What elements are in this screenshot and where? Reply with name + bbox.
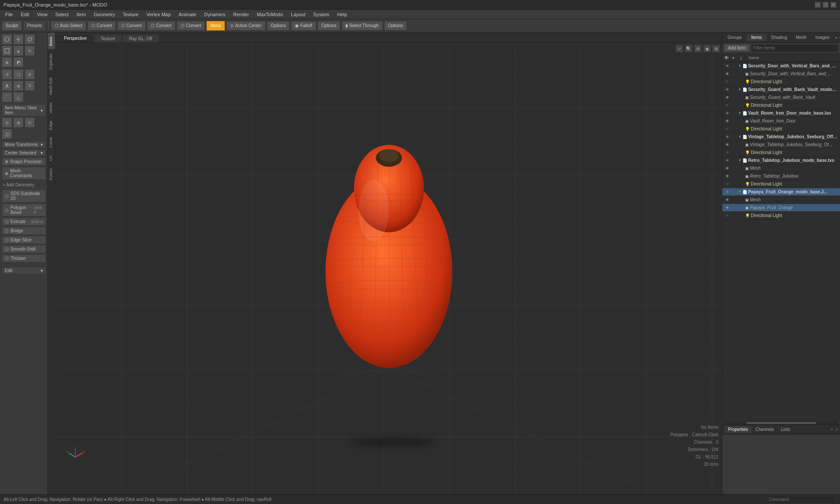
options2-button[interactable]: Options (318, 21, 340, 31)
falloff-button[interactable]: ◉ Falloff (291, 21, 316, 31)
br-maximize-icon[interactable]: ⤢ (835, 427, 838, 432)
menu-geometry[interactable]: Geometry (90, 11, 118, 18)
bottom-dropdown[interactable]: Edit ▾ (2, 267, 46, 274)
taper-icon[interactable]: △ (13, 92, 24, 102)
item-security-guard-light[interactable]: 👁 💡 Directional Light (722, 102, 840, 109)
menu-render[interactable]: Render (230, 11, 252, 18)
item-vault-light[interactable]: 👁 💡 Directional Light (722, 125, 840, 133)
vis-icon[interactable]: 👁 (724, 205, 730, 211)
options1-button[interactable]: Options (267, 21, 290, 31)
vtab-edge[interactable]: Edge (48, 117, 55, 133)
select-through-button[interactable]: ⧫ Select Through (342, 21, 383, 31)
vis-icon[interactable]: 👁 (724, 79, 730, 85)
vis-icon[interactable]: 👁 (724, 150, 730, 156)
move-tool-icon[interactable] (13, 34, 24, 45)
vis-icon[interactable]: 👁 (724, 102, 730, 108)
maximize-button[interactable]: □ (822, 2, 829, 8)
vis-icon[interactable]: 👁 (724, 118, 730, 124)
item-vault-mesh[interactable]: 👁 ▣ Vault_Room_Iron_Door (722, 117, 840, 125)
menu-edit[interactable]: Edit (18, 11, 33, 18)
mirror-icon[interactable]: ⧖ (24, 80, 35, 91)
bend-icon[interactable]: ⌒ (2, 92, 12, 102)
menu-vertex-map[interactable]: Vertex Map (143, 11, 175, 18)
viewport-zoom-icon[interactable]: 🔍 (685, 45, 693, 52)
vis-icon[interactable]: 👁 (724, 158, 730, 164)
transforms-icon[interactable]: ⊖ (2, 117, 12, 128)
tab-shading[interactable]: Shading (766, 34, 791, 41)
smooth-shift-button[interactable]: ⬡ Smooth Shift (2, 245, 46, 253)
menu-view[interactable]: View (34, 11, 51, 18)
tab-images[interactable]: Images (811, 34, 834, 41)
item-security-door-light[interactable]: 👁 💡 Directional Light (722, 78, 840, 86)
vtab-curve[interactable]: Curve (48, 133, 55, 151)
group-icon[interactable]: ◫ (2, 129, 12, 139)
vis-icon[interactable]: 👁 (724, 110, 730, 116)
item-menu-header[interactable]: Item Menu: New Item ▾ (2, 104, 46, 116)
vis-icon[interactable]: 👁 (724, 173, 730, 179)
3d-viewport[interactable]: ⤢ 🔍 ⚙ ◉ ⊞ X Y Z No Items P (56, 43, 722, 494)
item-retro-jukebox-mesh2[interactable]: 👁 ▣ Retro_Tabletop_Jukebox (722, 172, 840, 180)
br-expand-icon[interactable]: + (830, 427, 833, 432)
viewport-extra-icon[interactable]: ⊞ (712, 45, 720, 52)
snaps-precision-button[interactable]: ⊕ Snaps Precision (2, 158, 46, 166)
select-tool-icon[interactable] (2, 34, 12, 45)
vtab-fusion[interactable]: Fusion (48, 164, 55, 184)
convert2-button[interactable]: ⬡ Convert (117, 21, 146, 31)
menu-maxtomodo[interactable]: MaxToModo (253, 11, 287, 18)
thicken-button[interactable]: ⬡ Thicken (2, 254, 46, 262)
eraser-icon[interactable]: ⊘ (24, 69, 35, 80)
bridge-button[interactable]: ⬡ Bridge (2, 227, 46, 235)
presets-button[interactable]: Presets (23, 21, 46, 31)
vertex-tool-icon[interactable]: ▲ (13, 46, 24, 56)
vis-icon[interactable]: 👁 (724, 94, 730, 101)
sds-subdivide-button[interactable]: ⬡ SDS Subdivide 2X (2, 189, 46, 203)
menu-item[interactable]: Item (73, 11, 89, 18)
tab-channels[interactable]: Channels (752, 426, 777, 433)
center-selected-header[interactable]: Center Selected ▾ (2, 149, 46, 157)
menu-select[interactable]: Select (52, 11, 72, 18)
vtab-duplicate[interactable]: Duplicate (48, 49, 55, 74)
item-retro-jukebox-file[interactable]: 👁 ▼ 📄 Retro_Tabletop_Jukebox_modo_base.l… (722, 157, 840, 164)
tab-properties[interactable]: Properties (724, 426, 752, 433)
item-papaya-mesh1[interactable]: 👁 ▣ Mesh (722, 196, 840, 204)
vis-icon[interactable]: 👁 (724, 181, 730, 187)
vis-icon[interactable]: 👁 (724, 126, 730, 132)
lock-icon[interactable]: ⊙ (24, 117, 35, 128)
item-retro-jukebox-mesh1[interactable]: 👁 ▣ Mesh (722, 164, 840, 172)
add-item-button[interactable]: Add Item (724, 44, 749, 52)
vtab-vertex[interactable]: Vertex (48, 98, 55, 117)
menu-system[interactable]: System (310, 11, 333, 18)
edge-slice-button[interactable]: ⬡ Edge Slice (2, 236, 46, 244)
material-tool-icon[interactable]: ◩ (13, 57, 24, 67)
vtab-basic[interactable]: Basic (48, 32, 55, 49)
text-tool-icon[interactable]: A (2, 80, 12, 91)
rotate-tool-icon[interactable] (24, 34, 35, 45)
item-vintage-jukebox-mesh[interactable]: 👁 ▣ Vintage_Tabletop_Jukebox_Seeburg_Of.… (722, 141, 840, 149)
menu-file[interactable]: File (2, 11, 17, 18)
item-papaya-mesh2[interactable]: 👁 ▣ Papaya_Fruit_Orange (722, 204, 840, 212)
edge-tool-icon[interactable]: ↻ (24, 46, 35, 56)
item-security-guard-file[interactable]: 👁 ▼ 📄 Security_Guard_with_Bank_Vault_mod… (722, 86, 840, 94)
tab-perspective[interactable]: Perspective (57, 34, 93, 42)
tab-groups[interactable]: Groups (723, 34, 746, 41)
item-retro-jukebox-light[interactable]: 👁 💡 Directional Light (722, 180, 840, 188)
auto-select-button[interactable]: ⬡ Auto Select (51, 21, 86, 31)
item-security-guard-mesh[interactable]: 👁 ▣ Security_Guard_with_Bank_Vault (722, 94, 840, 102)
lasso-icon[interactable]: ↺ (2, 69, 12, 80)
scale-tool-icon[interactable] (2, 46, 12, 56)
paint-icon[interactable]: ⬡ (13, 69, 24, 80)
item-security-door-file[interactable]: 👁 ▼ 📄 Security_Door_with_Vertical_Bars_a… (722, 62, 840, 70)
convert4-button[interactable]: ⬡ Convert (177, 21, 205, 31)
vtab-uv[interactable]: UV (48, 151, 55, 164)
vis-icon[interactable]: 👁 (724, 142, 730, 148)
vis-icon[interactable]: 👁 (724, 63, 730, 69)
viewport-settings-icon[interactable]: ⚙ (694, 45, 702, 52)
item-vintage-jukebox-file[interactable]: 👁 ▼ 📄 Vintage_Tabletop_Jukebox_Seeburg_O… (722, 133, 840, 141)
convert1-button[interactable]: ⬡ Convert (88, 21, 116, 31)
mesh-constraints-button[interactable]: ⊕ Mesh Constraints (2, 167, 46, 180)
item-vault-room-file[interactable]: 👁 ▼ 📄 Vault_Room_Iron_Door_modo_base.lxo (722, 109, 840, 117)
tab-items[interactable]: Items (746, 34, 766, 41)
vis-icon[interactable]: 👁 (724, 197, 730, 203)
convert3-button[interactable]: ⬡ Convert (147, 21, 175, 31)
close-button[interactable]: ✕ (830, 2, 836, 8)
